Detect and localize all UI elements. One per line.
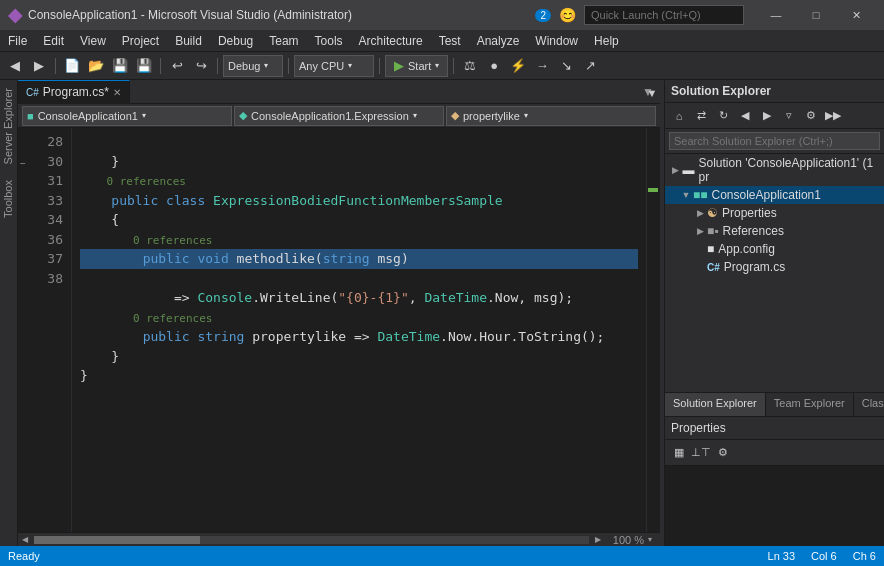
menu-build[interactable]: Build xyxy=(167,32,210,50)
se-settings-btn[interactable]: ⚙ xyxy=(801,106,821,126)
menu-debug[interactable]: Debug xyxy=(210,32,261,50)
sidebar-tab-server-explorer[interactable]: Server Explorer xyxy=(0,80,17,172)
references-icon: ■▪ xyxy=(707,224,719,238)
horizontal-scrollbar[interactable] xyxy=(34,536,589,544)
save-button[interactable]: 💾 xyxy=(109,55,131,77)
step-out-button[interactable]: ↗ xyxy=(579,55,601,77)
properties-categorized-btn[interactable]: ▦ xyxy=(669,443,689,463)
nav-class-dropdown[interactable]: ■ ConsoleApplication1 ▾ xyxy=(22,106,232,126)
se-search-area xyxy=(665,129,884,154)
se-tab-class-view[interactable]: Class V xyxy=(854,393,884,416)
tree-arrow-solution: ▶ xyxy=(669,165,682,175)
collapse-button[interactable]: − xyxy=(20,158,26,169)
back-button[interactable]: ◀ xyxy=(4,55,26,77)
solution-icon: ▬ xyxy=(682,163,694,177)
sidebar-tab-toolbox[interactable]: Toolbox xyxy=(0,172,17,226)
line-30: public class ExpressionBodiedFunctionMem… xyxy=(80,193,503,208)
menu-view[interactable]: View xyxy=(72,32,114,50)
toolbar-sep-3 xyxy=(217,58,218,74)
scroll-left-btn[interactable]: ◀ xyxy=(18,533,32,547)
tree-item-solution[interactable]: ▶ ▬ Solution 'ConsoleApplication1' (1 pr xyxy=(665,154,884,186)
menu-edit[interactable]: Edit xyxy=(35,32,72,50)
new-project-button[interactable]: 📄 xyxy=(61,55,83,77)
zoom-dropdown[interactable]: ▾ xyxy=(648,535,652,544)
se-sync-btn[interactable]: ⇄ xyxy=(691,106,711,126)
left-sidebar: Server Explorer Toolbox xyxy=(0,80,18,546)
menu-analyze[interactable]: Analyze xyxy=(469,32,528,50)
nav-member-icon: ◆ xyxy=(451,109,459,122)
minimize-button[interactable]: — xyxy=(756,0,796,30)
exception-button[interactable]: ⚡ xyxy=(507,55,529,77)
solution-explorer-title: Solution Explorer ▼ xyxy=(665,80,884,103)
status-ch: Ch 6 xyxy=(853,550,876,562)
tree-item-appconfig[interactable]: ■ App.config xyxy=(665,240,884,258)
start-dropdown-arrow: ▾ xyxy=(435,61,439,70)
debug-label: Debug xyxy=(228,60,260,72)
tree-arrow-project: ▼ xyxy=(679,190,693,200)
cpu-dropdown[interactable]: Any CPU ▾ xyxy=(294,55,374,77)
scroll-thumb[interactable] xyxy=(34,536,200,544)
status-ln: Ln 33 xyxy=(768,550,796,562)
tab-close-btn[interactable]: ✕ xyxy=(113,87,121,98)
quick-launch-input[interactable] xyxy=(584,5,744,25)
save-all-button[interactable]: 💾 xyxy=(133,55,155,77)
attach-button[interactable]: ⚖ xyxy=(459,55,481,77)
se-filter-btn[interactable]: ▿ xyxy=(779,106,799,126)
undo-button[interactable]: ↩ xyxy=(166,55,188,77)
se-refresh-btn[interactable]: ↻ xyxy=(713,106,733,126)
toolbar-sep-4 xyxy=(288,58,289,74)
step-into-button[interactable]: ↘ xyxy=(555,55,577,77)
cpu-label: Any CPU xyxy=(299,60,344,72)
line-ref-2[interactable]: 0 references xyxy=(80,234,212,247)
step-over-button[interactable]: → xyxy=(531,55,553,77)
se-forward-btn[interactable]: ▶ xyxy=(757,106,777,126)
debug-dropdown[interactable]: Debug ▾ xyxy=(223,55,283,77)
tree-item-programcs[interactable]: C# Program.cs xyxy=(665,258,884,276)
title-bar: ◆ ConsoleApplication1 - Microsoft Visual… xyxy=(0,0,884,30)
project-icon: ■■ xyxy=(693,188,708,202)
scroll-right-btn[interactable]: ▶ xyxy=(591,533,605,547)
se-home-btn[interactable]: ⌂ xyxy=(669,106,689,126)
se-search-input[interactable] xyxy=(669,132,880,150)
forward-button[interactable]: ▶ xyxy=(28,55,50,77)
properties-content xyxy=(665,466,884,546)
menu-architecture[interactable]: Architecture xyxy=(351,32,431,50)
menu-help[interactable]: Help xyxy=(586,32,627,50)
menu-file[interactable]: File xyxy=(0,32,35,50)
line-ref-1[interactable]: 0 references xyxy=(80,175,186,188)
line-ref-3[interactable]: 0 references xyxy=(80,312,212,325)
properties-alpha-btn[interactable]: ⊥⊤ xyxy=(691,443,711,463)
main-area: Server Explorer Toolbox C# Program.cs* ✕… xyxy=(0,80,884,546)
redo-button[interactable]: ↪ xyxy=(190,55,212,77)
editor-tab-program-cs[interactable]: C# Program.cs* ✕ xyxy=(18,80,130,104)
maximize-button[interactable]: □ xyxy=(796,0,836,30)
se-expand-btn[interactable]: ▶▶ xyxy=(823,106,843,126)
start-button[interactable]: ▶ Start ▾ xyxy=(385,55,448,77)
properties-panel: Properties ▦ ⊥⊤ ⚙ xyxy=(665,416,884,546)
menu-window[interactable]: Window xyxy=(527,32,586,50)
menu-test[interactable]: Test xyxy=(431,32,469,50)
nav-namespace-dropdown[interactable]: ◆ ConsoleApplication1.Expression ▾ xyxy=(234,106,444,126)
tree-item-project[interactable]: ▼ ■■ ConsoleApplication1 xyxy=(665,186,884,204)
tree-item-references[interactable]: ▶ ■▪ References xyxy=(665,222,884,240)
tree-item-properties[interactable]: ▶ ☯ Properties xyxy=(665,204,884,222)
se-tab-solution-explorer[interactable]: Solution Explorer xyxy=(665,393,766,416)
se-collapse-all-btn[interactable]: ▼ xyxy=(642,83,662,103)
menu-tools[interactable]: Tools xyxy=(307,32,351,50)
code-area[interactable]: − 28 30 31 33 34 36 37 38 } 0 references… xyxy=(18,128,660,532)
close-button[interactable]: ✕ xyxy=(836,0,876,30)
properties-browse-btn[interactable]: ⚙ xyxy=(713,443,733,463)
code-content[interactable]: } 0 references public class ExpressionBo… xyxy=(72,128,646,532)
appconfig-icon: ■ xyxy=(707,242,714,256)
menu-team[interactable]: Team xyxy=(261,32,306,50)
menu-project[interactable]: Project xyxy=(114,32,167,50)
open-button[interactable]: 📂 xyxy=(85,55,107,77)
tab-cs-icon: C# xyxy=(26,87,39,98)
nav-member-dropdown[interactable]: ◆ propertylike ▾ xyxy=(446,106,656,126)
nav-member-arrow: ▾ xyxy=(524,111,528,120)
se-tab-team-explorer[interactable]: Team Explorer xyxy=(766,393,854,416)
se-back-btn[interactable]: ◀ xyxy=(735,106,755,126)
line-28: } xyxy=(80,154,119,169)
breakpoint-button[interactable]: ● xyxy=(483,55,505,77)
user-emoji: 😊 xyxy=(559,7,576,23)
